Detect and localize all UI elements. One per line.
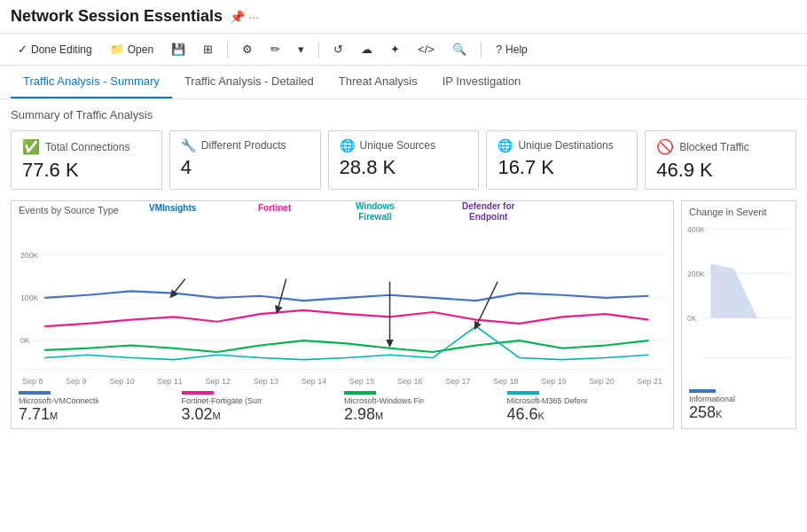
toolbar-divider-3	[481, 42, 482, 58]
side-chart-svg: 400K 200K 0K	[687, 219, 790, 387]
kpi-label-sources: Unique Sources	[360, 139, 435, 152]
legend-fortinet: Fortinet-Fortigate (Sum) 3.02M	[182, 391, 341, 425]
main-chart-title: Events by Source Type	[19, 205, 119, 215]
help-button[interactable]: ? Help	[489, 39, 535, 59]
globe-icon-2: 🌐	[498, 138, 513, 153]
kpi-unique-sources: 🌐 Unique Sources 28.8 K	[328, 130, 480, 190]
legend-value-m365: 46.6K	[507, 405, 667, 425]
side-chart: Change in Severit 400K 200K 0K	[681, 200, 796, 429]
side-chart-area: 400K 200K 0K	[682, 219, 795, 387]
refresh-button[interactable]: ↺	[326, 39, 350, 59]
refresh-icon: ↺	[333, 43, 343, 56]
svg-text:0K: 0K	[20, 336, 31, 345]
kpi-different-products: 🔧 Different Products 4	[169, 130, 321, 190]
svg-line-7	[172, 279, 185, 295]
tab-traffic-detailed[interactable]: Traffic Analysis - Detailed	[172, 66, 326, 98]
svg-line-10	[476, 282, 498, 326]
svg-line-8	[278, 279, 286, 310]
toolbar: ✓ Done Editing 📁 Open 💾 ⊞ ⚙ ✏ ▾ ↺ ☁ ✦ </…	[0, 34, 807, 66]
tab-ip-investigation[interactable]: IP Investigation	[430, 66, 534, 98]
legend-color-m365	[507, 391, 539, 395]
kpi-label-products: Different Products	[201, 139, 286, 152]
toolbar-divider-2	[318, 42, 319, 58]
kpi-header-destinations: 🌐 Unique Destinations	[498, 138, 626, 153]
dropdown-button[interactable]: ▾	[291, 39, 311, 59]
legend-label-m365: Microsoft-M365 Defender...	[507, 396, 587, 405]
dashboard-icon: ⊞	[203, 43, 213, 56]
kpi-total-connections: ✅ Total Connections 77.6 K	[11, 130, 162, 190]
toolbar-divider-1	[227, 42, 228, 58]
star-button[interactable]: ✦	[383, 39, 407, 59]
svg-text:400K: 400K	[687, 224, 705, 233]
done-editing-label: Done Editing	[31, 43, 92, 56]
side-chart-legend: Informational 258K	[682, 387, 795, 425]
kpi-header-blocked: 🚫 Blocked Traffic	[656, 138, 785, 155]
help-label: Help	[505, 43, 528, 56]
kpi-label-blocked: Blocked Traffic	[679, 141, 748, 153]
dashboard-button[interactable]: ⊞	[196, 39, 220, 59]
kpi-value-destinations: 16.7 K	[498, 156, 626, 179]
star-icon: ✦	[390, 43, 400, 56]
legend-value-windows: 2.98M	[344, 405, 504, 425]
tab-bar: Traffic Analysis - Summary Traffic Analy…	[0, 66, 807, 99]
kpi-value-connections: 77.6 K	[22, 159, 151, 182]
main-chart-area: 200K 100K 0K	[12, 246, 673, 379]
pencil-icon: ✏	[270, 43, 280, 56]
kpi-row: ✅ Total Connections 77.6 K 🔧 Different P…	[11, 130, 796, 190]
cloud-button[interactable]: ☁	[354, 39, 380, 59]
legend-m365: Microsoft-M365 Defender... 46.6K	[507, 391, 667, 425]
gear-icon: ⚙	[242, 43, 253, 56]
edit-button[interactable]: ✏	[263, 39, 287, 59]
kpi-header-products: 🔧 Different Products	[181, 138, 309, 153]
side-legend-value: 258K	[689, 403, 788, 423]
main-chart: Events by Source Type VMInsights Fortine…	[11, 200, 674, 429]
chevron-down-icon: ▾	[298, 43, 304, 56]
blocked-icon: 🚫	[656, 138, 674, 155]
save-button[interactable]: 💾	[164, 39, 192, 59]
annotation-fortinet: Fortinet	[258, 203, 291, 213]
pin-icon[interactable]: 📌	[230, 10, 245, 24]
svg-text:100K: 100K	[20, 293, 39, 302]
tab-threat-analysis[interactable]: Threat Analysis	[326, 66, 430, 98]
kpi-label-destinations: Unique Destinations	[518, 139, 613, 152]
app-header: Network Session Essentials 📌 ···	[0, 0, 807, 34]
search-button[interactable]: 🔍	[445, 39, 474, 59]
side-legend-color	[689, 389, 716, 393]
svg-text:0K: 0K	[687, 314, 697, 323]
tab-traffic-summary[interactable]: Traffic Analysis - Summary	[11, 66, 172, 98]
main-chart-legend: Microsoft-VMConnection... 7.71M Fortinet…	[12, 387, 673, 428]
kpi-label-connections: Total Connections	[45, 141, 129, 153]
legend-color-fortinet	[182, 391, 214, 395]
search-icon: 🔍	[452, 43, 466, 56]
question-icon: ?	[496, 43, 502, 56]
code-button[interactable]: </>	[411, 39, 442, 59]
more-icon[interactable]: ···	[248, 10, 259, 24]
settings-button[interactable]: ⚙	[235, 39, 260, 59]
legend-vmconnection: Microsoft-VMConnection... 7.71M	[19, 391, 178, 425]
main-content: Summary of Traffic Analysis ✅ Total Conn…	[0, 99, 807, 438]
annotation-windows-firewall: WindowsFirewall	[356, 201, 395, 223]
open-button[interactable]: 📁 Open	[103, 39, 161, 59]
side-legend-label: Informational	[689, 395, 788, 403]
side-chart-title: Change in Severit	[682, 201, 795, 219]
svg-text:200K: 200K	[20, 251, 39, 260]
checkmark-circle-icon: ✅	[22, 138, 40, 155]
legend-label-windows: Microsoft-Windows Firew...	[344, 396, 424, 405]
kpi-value-blocked: 46.9 K	[656, 159, 785, 182]
annotation-defender: Defender forEndpoint	[462, 201, 514, 223]
annotation-vminsights: VMInsights	[149, 203, 196, 213]
legend-value-vmconnection: 7.71M	[19, 405, 178, 425]
kpi-blocked-traffic: 🚫 Blocked Traffic 46.9 K	[645, 130, 796, 190]
cloud-icon: ☁	[361, 43, 372, 56]
done-editing-button[interactable]: ✓ Done Editing	[11, 39, 99, 59]
legend-windows-firewall: Microsoft-Windows Firew... 2.98M	[344, 391, 504, 425]
legend-color-windows	[344, 391, 376, 395]
kpi-header-sources: 🌐 Unique Sources	[340, 138, 468, 153]
kpi-value-sources: 28.8 K	[340, 156, 468, 179]
svg-marker-18	[710, 263, 780, 317]
legend-label-vmconnection: Microsoft-VMConnection...	[19, 396, 98, 405]
kpi-header-connections: ✅ Total Connections	[22, 138, 151, 155]
main-chart-svg: 200K 100K 0K	[19, 246, 666, 379]
code-icon: </>	[418, 43, 435, 56]
check-icon: ✓	[18, 43, 27, 56]
